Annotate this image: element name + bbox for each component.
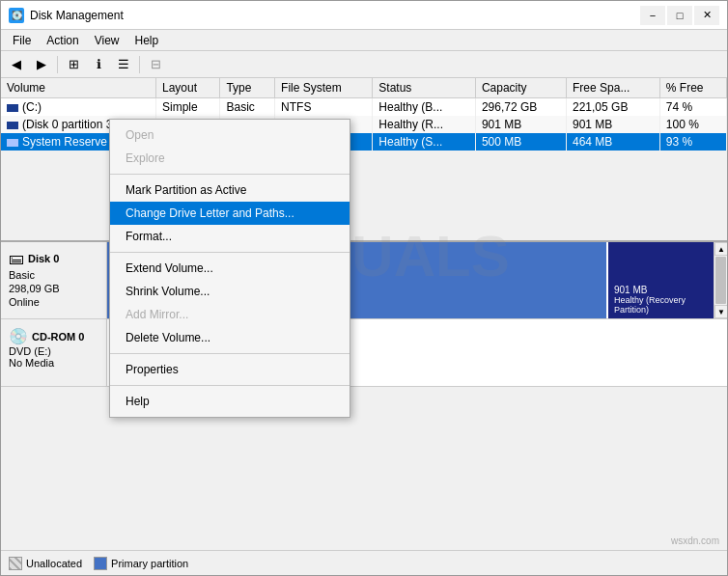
cdrom-icon: 💿 bbox=[9, 327, 28, 345]
disk-scrollbar[interactable]: ▲ ▼ bbox=[714, 242, 727, 318]
toolbar-info[interactable]: ℹ bbox=[87, 54, 110, 75]
cell-free: 464 MB bbox=[567, 133, 660, 151]
col-free[interactable]: Free Spa... bbox=[567, 78, 660, 98]
cell-free: 221,05 GB bbox=[567, 98, 660, 117]
legend-unallocated: Unallocated bbox=[9, 557, 82, 570]
ctx-mark-active[interactable]: Mark Partition as Active bbox=[110, 178, 350, 202]
ctx-sep-3 bbox=[110, 353, 350, 354]
ctx-sep-1 bbox=[110, 174, 350, 175]
ctx-delete[interactable]: Delete Volume... bbox=[110, 326, 350, 349]
cell-type: Basic bbox=[220, 98, 275, 117]
scroll-down[interactable]: ▼ bbox=[714, 305, 727, 318]
unallocated-swatch bbox=[9, 557, 22, 570]
cell-pct: 93 % bbox=[659, 133, 726, 151]
cell-status: Healthy (B... bbox=[373, 98, 476, 117]
cdrom-label: 💿 CD-ROM 0 DVD (E:) No Media bbox=[1, 319, 107, 386]
cell-pct: 74 % bbox=[659, 98, 726, 117]
ctx-help[interactable]: Help bbox=[110, 390, 350, 413]
menu-action[interactable]: Action bbox=[39, 32, 86, 49]
cell-status: Healthy (S... bbox=[373, 133, 476, 151]
cell-pct: 100 % bbox=[659, 116, 726, 133]
window-title: Disk Management bbox=[30, 9, 634, 22]
close-button[interactable]: ✕ bbox=[694, 6, 719, 25]
primary-label: Primary partition bbox=[111, 558, 188, 569]
ctx-explore[interactable]: Explore bbox=[110, 147, 350, 170]
ctx-format[interactable]: Format... bbox=[110, 225, 350, 248]
cell-fs: NTFS bbox=[275, 98, 373, 117]
window-icon: 💽 bbox=[9, 8, 24, 23]
disk-0-label: 🖴 Disk 0 Basic 298,09 GB Online bbox=[1, 242, 107, 318]
col-fs[interactable]: File System bbox=[275, 78, 373, 98]
cdrom-title: CD-ROM 0 bbox=[32, 331, 84, 343]
cell-capacity: 901 MB bbox=[475, 116, 566, 133]
col-capacity[interactable]: Capacity bbox=[475, 78, 566, 98]
menu-view[interactable]: View bbox=[87, 32, 127, 49]
cdrom-status: No Media bbox=[9, 357, 98, 369]
unallocated-label: Unallocated bbox=[26, 558, 82, 569]
toolbar-back[interactable]: ◀ bbox=[5, 54, 28, 75]
cell-capacity: 500 MB bbox=[475, 133, 566, 151]
col-pct[interactable]: % Free bbox=[659, 78, 726, 98]
menu-help[interactable]: Help bbox=[127, 32, 167, 49]
primary-swatch bbox=[94, 557, 107, 570]
toolbar-list[interactable]: ☰ bbox=[112, 54, 135, 75]
ctx-change-letter[interactable]: Change Drive Letter and Paths... bbox=[110, 202, 350, 225]
toolbar-forward[interactable]: ▶ bbox=[30, 54, 53, 75]
ctx-mirror[interactable]: Add Mirror... bbox=[110, 303, 350, 326]
ctx-sep-2 bbox=[110, 252, 350, 253]
context-menu: Open Explore Mark Partition as Active Ch… bbox=[109, 119, 350, 418]
cell-capacity: 296,72 GB bbox=[475, 98, 566, 117]
cdrom-type: DVD (E:) bbox=[9, 345, 98, 357]
toolbar: ◀ ▶ ⊞ ℹ ☰ ⊟ bbox=[1, 51, 727, 78]
legend-primary: Primary partition bbox=[94, 557, 188, 570]
window-controls: − □ ✕ bbox=[640, 6, 719, 25]
scroll-up[interactable]: ▲ bbox=[714, 242, 727, 256]
table-row[interactable]: (C:) Simple Basic NTFS Healthy (B... 296… bbox=[1, 98, 727, 117]
status-bar: Unallocated Primary partition bbox=[1, 550, 727, 575]
scroll-thumb[interactable] bbox=[715, 257, 726, 304]
cell-volume: (C:) bbox=[1, 98, 156, 117]
ctx-extend[interactable]: Extend Volume... bbox=[110, 257, 350, 280]
disk-0-type: Basic bbox=[9, 269, 98, 281]
menu-file[interactable]: File bbox=[5, 32, 39, 49]
cell-free: 901 MB bbox=[567, 116, 660, 133]
menu-bar: File Action View Help bbox=[1, 30, 727, 51]
cell-layout: Simple bbox=[156, 98, 220, 117]
cell-status: Healthy (R... bbox=[373, 116, 476, 133]
toolbar-separator-1 bbox=[57, 56, 58, 73]
disk-0-title: Disk 0 bbox=[28, 253, 59, 264]
volume-icon bbox=[7, 104, 18, 112]
volume-icon bbox=[7, 122, 18, 129]
wsxdn-badge: wsxdn.com bbox=[671, 535, 719, 546]
col-volume[interactable]: Volume bbox=[1, 78, 156, 98]
ctx-sep-4 bbox=[110, 385, 350, 386]
partition-recovery[interactable]: 901 MB Healthy (Recovery Partition) bbox=[608, 242, 719, 318]
ctx-shrink[interactable]: Shrink Volume... bbox=[110, 280, 350, 303]
disk-0-status: Online bbox=[9, 296, 98, 308]
maximize-button[interactable]: □ bbox=[667, 6, 692, 25]
volume-icon bbox=[7, 139, 18, 147]
col-type[interactable]: Type bbox=[220, 78, 275, 98]
ctx-properties[interactable]: Properties bbox=[110, 358, 350, 381]
context-menu-overlay: Open Explore Mark Partition as Active Ch… bbox=[109, 119, 350, 418]
disk-0-size: 298,09 GB bbox=[9, 283, 98, 294]
toolbar-separator-2 bbox=[139, 56, 140, 73]
ctx-open[interactable]: Open bbox=[110, 123, 350, 147]
col-layout[interactable]: Layout bbox=[156, 78, 220, 98]
col-status[interactable]: Status bbox=[373, 78, 476, 98]
title-bar: 💽 Disk Management − □ ✕ bbox=[1, 1, 727, 30]
disk-icon: 🖴 bbox=[9, 250, 24, 267]
toolbar-extra[interactable]: ⊟ bbox=[144, 54, 167, 75]
minimize-button[interactable]: − bbox=[640, 6, 665, 25]
toolbar-console[interactable]: ⊞ bbox=[62, 54, 85, 75]
